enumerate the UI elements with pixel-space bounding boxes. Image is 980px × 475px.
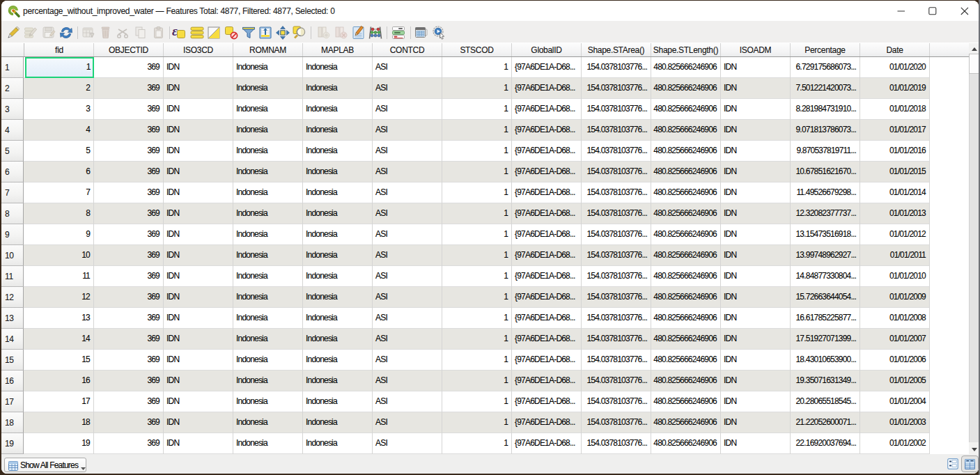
- svg-text:ε: ε: [172, 25, 178, 38]
